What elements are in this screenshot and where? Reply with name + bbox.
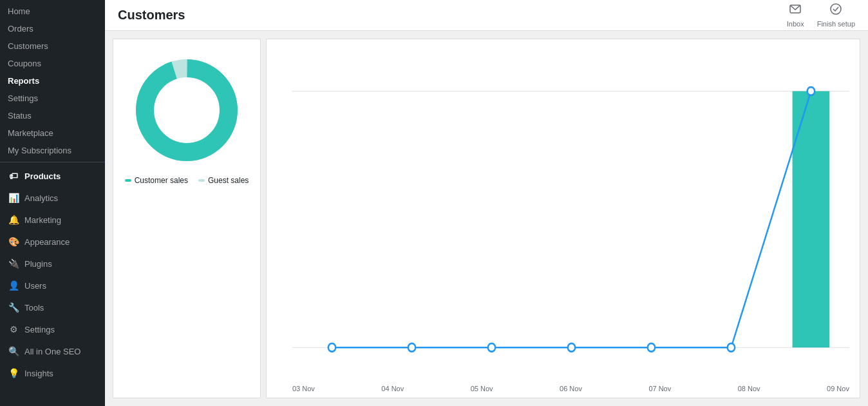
dot-05nov — [488, 343, 496, 352]
sidebar-item-coupons[interactable]: Coupons — [0, 55, 105, 72]
insights-icon: 💡 — [8, 367, 19, 379]
dot-04nov — [408, 343, 416, 352]
dot-03nov — [328, 343, 336, 352]
dot-09nov — [807, 87, 815, 95]
main-content: Customers Inbox Finish setup — [105, 0, 868, 406]
chart-panel: 1 0 — [266, 39, 860, 398]
x-label-07nov: 07 Nov — [648, 385, 671, 392]
products-icon: 🏷 — [8, 170, 19, 182]
sidebar-item-appearance[interactable]: 🎨 Appearance — [0, 231, 105, 253]
finish-setup-label: Finish setup — [817, 20, 855, 28]
sidebar-item-reports[interactable]: Reports — [0, 72, 105, 90]
sidebar-item-users[interactable]: 👤 Users — [0, 275, 105, 296]
sidebar-label-seo: All in One SEO — [24, 347, 80, 356]
appearance-icon: 🎨 — [8, 236, 19, 247]
top-bar-actions: Inbox Finish setup — [787, 3, 855, 28]
inbox-icon — [789, 3, 802, 19]
sidebar-item-marketing[interactable]: 🔔 Marketing — [0, 209, 105, 231]
sidebar-label-analytics: Analytics — [24, 193, 58, 203]
svg-point-1 — [831, 4, 841, 14]
sidebar-item-insights[interactable]: 💡 Insights — [0, 362, 105, 384]
sidebar-item-plugins[interactable]: 🔌 Plugins — [0, 253, 105, 275]
sidebar-item-products[interactable]: 🏷 Products — [0, 165, 105, 187]
finish-setup-icon — [829, 3, 842, 19]
bar-09nov — [793, 92, 830, 348]
legend-guest: Guest sales — [198, 176, 249, 185]
finish-setup-button[interactable]: Finish setup — [817, 3, 855, 28]
sidebar: Home Orders Customers Coupons Reports Se… — [0, 0, 105, 406]
dot-08nov — [728, 343, 735, 352]
sidebar-label-plugins: Plugins — [24, 259, 52, 269]
dot-07nov — [648, 343, 656, 352]
sidebar-item-orders[interactable]: Orders — [0, 20, 105, 37]
sidebar-item-settings[interactable]: ⚙ Settings — [0, 318, 105, 340]
sidebar-label-marketing: Marketing — [24, 215, 61, 225]
svg-point-4 — [155, 78, 219, 142]
sidebar-item-analytics[interactable]: 📊 Analytics — [0, 187, 105, 209]
content-area: Customer sales Guest sales 1 0 — [105, 31, 868, 406]
x-label-03nov: 03 Nov — [292, 385, 315, 392]
donut-legend: Customer sales Guest sales — [125, 176, 249, 185]
sidebar-divider — [0, 162, 105, 162]
x-label-05nov: 05 Nov — [471, 385, 493, 392]
legend-customer: Customer sales — [125, 176, 188, 185]
legend-customer-dot — [125, 179, 131, 182]
page-title: Customers — [118, 8, 185, 23]
sidebar-item-customers[interactable]: Customers — [0, 37, 105, 55]
x-label-08nov: 08 Nov — [738, 385, 760, 392]
sidebar-label-settings: Settings — [24, 325, 55, 334]
sidebar-label-appearance: Appearance — [24, 237, 70, 247]
inbox-label: Inbox — [787, 20, 804, 28]
sidebar-item-my-subscriptions[interactable]: My Subscriptions — [0, 142, 105, 159]
top-bar: Customers Inbox Finish setup — [105, 0, 868, 31]
inbox-button[interactable]: Inbox — [787, 3, 804, 28]
sidebar-label-users: Users — [24, 281, 46, 291]
sidebar-label-insights: Insights — [24, 369, 53, 378]
legend-customer-label: Customer sales — [135, 176, 188, 185]
sidebar-item-all-in-one-seo[interactable]: 🔍 All in One SEO — [0, 340, 105, 362]
donut-chart — [129, 52, 245, 168]
sidebar-label-products: Products — [24, 171, 61, 181]
dot-06nov — [568, 343, 576, 352]
main-chart-svg: 1 0 — [292, 50, 849, 382]
legend-guest-dot — [198, 179, 205, 182]
marketing-icon: 🔔 — [8, 214, 19, 226]
sidebar-item-home[interactable]: Home — [0, 3, 105, 20]
line-chart — [332, 92, 811, 348]
settings-icon: ⚙ — [8, 324, 19, 335]
seo-icon: 🔍 — [8, 345, 19, 357]
users-icon: 👤 — [8, 280, 19, 291]
x-label-09nov: 09 Nov — [827, 385, 849, 392]
legend-guest-label: Guest sales — [208, 176, 249, 185]
x-label-04nov: 04 Nov — [381, 385, 404, 392]
x-label-06nov: 06 Nov — [560, 385, 582, 392]
plugins-icon: 🔌 — [8, 258, 19, 269]
sidebar-item-status[interactable]: Status — [0, 107, 105, 124]
tools-icon: 🔧 — [8, 302, 19, 313]
sidebar-item-marketplace[interactable]: Marketplace — [0, 124, 105, 142]
sidebar-item-tools[interactable]: 🔧 Tools — [0, 296, 105, 318]
analytics-icon: 📊 — [8, 192, 19, 204]
sidebar-item-settings-woo[interactable]: Settings — [0, 90, 105, 107]
chart-svg-wrapper: 1 0 — [267, 39, 860, 382]
sidebar-label-tools: Tools — [24, 303, 44, 313]
donut-card: Customer sales Guest sales — [113, 39, 261, 398]
